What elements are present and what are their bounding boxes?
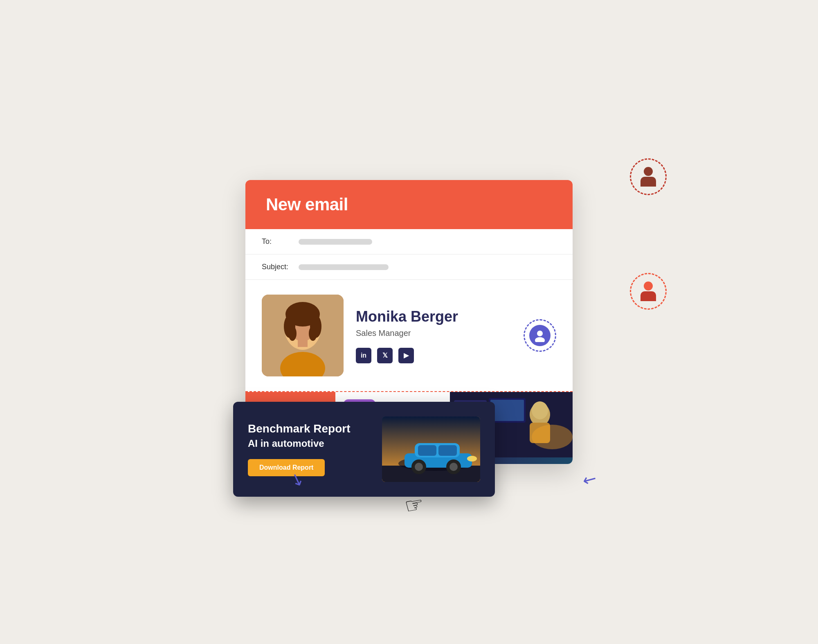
to-placeholder	[299, 239, 372, 245]
linkedin-icon[interactable]: in	[356, 348, 371, 363]
benchmark-text: Benchmark Report AI in automotive Downlo…	[248, 422, 374, 477]
profile-photo	[262, 295, 344, 376]
svg-point-12	[535, 337, 545, 342]
dashed-circle-light	[630, 273, 667, 310]
benchmark-car-image	[382, 417, 480, 482]
svg-rect-17	[490, 400, 524, 421]
to-field-row: To:	[245, 229, 573, 254]
subject-placeholder	[299, 264, 389, 270]
person-body-light	[640, 291, 656, 301]
avatar-inner	[529, 325, 551, 346]
person-head-light	[644, 281, 653, 290]
svg-point-11	[537, 331, 543, 336]
youtube-label: ▶	[404, 351, 409, 359]
svg-point-33	[467, 456, 477, 462]
svg-point-7	[288, 326, 297, 341]
to-label: To:	[262, 237, 299, 246]
person-illustration	[262, 295, 344, 376]
twitter-label: 𝕏	[382, 351, 388, 359]
person-body-dark	[640, 177, 656, 187]
download-report-button[interactable]: Download Report	[248, 459, 325, 476]
email-header-title: New email	[266, 195, 348, 214]
svg-point-6	[287, 303, 318, 321]
benchmark-title: Benchmark Report	[248, 422, 374, 436]
svg-point-21	[532, 425, 573, 449]
profile-name: Monika Berger	[356, 308, 556, 325]
youtube-icon[interactable]: ▶	[398, 348, 414, 363]
email-card: New email To: Subject:	[245, 180, 573, 464]
svg-point-8	[309, 326, 317, 341]
email-header: New email	[245, 180, 573, 229]
person-head-dark	[644, 167, 653, 176]
person-icon-dark	[640, 167, 656, 187]
svg-point-32	[449, 463, 458, 471]
benchmark-card: Benchmark Report AI in automotive Downlo…	[233, 402, 495, 497]
scene: New email To: Subject:	[184, 77, 634, 567]
twitter-icon[interactable]: 𝕏	[377, 348, 393, 363]
arrow-right-icon: ↙	[580, 467, 601, 491]
svg-rect-28	[438, 445, 457, 456]
side-icon-bottom	[630, 273, 667, 310]
svg-rect-10	[298, 339, 308, 347]
svg-point-30	[415, 463, 423, 471]
subject-label: Subject:	[262, 263, 299, 271]
avatar-person-icon	[533, 329, 546, 342]
svg-rect-27	[418, 445, 436, 456]
car-illustration	[382, 417, 480, 482]
benchmark-subtitle: AI in automotive	[248, 438, 374, 449]
subject-field-row: Subject:	[245, 254, 573, 280]
side-icon-top	[630, 158, 667, 195]
avatar-circle	[524, 319, 556, 352]
dashed-circle-dark	[630, 158, 667, 195]
svg-point-19	[532, 401, 548, 419]
profile-section: Monika Berger Sales Manager in 𝕏 ▶	[245, 280, 573, 392]
linkedin-label: in	[361, 352, 366, 359]
person-icon-light	[640, 281, 656, 301]
social-icons: in 𝕏 ▶	[356, 348, 556, 363]
